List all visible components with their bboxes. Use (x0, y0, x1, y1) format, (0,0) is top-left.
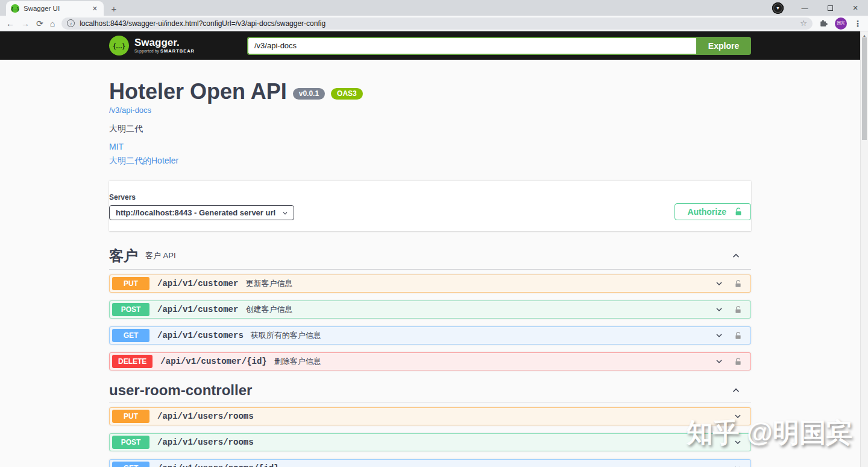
chevron-down-icon[interactable] (733, 463, 743, 467)
chevron-down-icon (281, 209, 289, 217)
endpoint-path: /api/v1/users/rooms (157, 411, 254, 421)
method-badge: POST (112, 436, 149, 449)
browser-menu-icon[interactable]: ⋮ (854, 19, 862, 28)
new-tab-button[interactable]: + (106, 2, 122, 15)
address-bar[interactable]: i localhost:8443/swagger-ui/index.html?c… (61, 17, 813, 30)
endpoint-path: /api/v1/users/rooms (157, 437, 254, 447)
chevron-down-icon[interactable] (714, 331, 724, 340)
browser-tab-swagger-ui[interactable]: {…} Swagger UI ✕ (6, 1, 104, 16)
unlock-icon (734, 207, 743, 217)
oas3-badge: OAS3 (331, 88, 363, 100)
section-title: user-room-controller (109, 382, 252, 399)
endpoint-summary: 获取所有的客户信息 (251, 330, 321, 341)
servers-select[interactable]: http://localhost:8443 - Generated server… (109, 205, 294, 220)
chevron-down-icon[interactable] (733, 411, 743, 421)
method-badge: DELETE (112, 355, 153, 368)
swagger-logo-text: Swagger. (134, 37, 195, 48)
authorize-label: Authorize (687, 207, 726, 217)
browser-tabstrip: {…} Swagger UI ✕ + ▼ — ✕ (0, 0, 868, 16)
smartbear-tagline: Supported by SMARTBEAR (134, 48, 195, 54)
endpoint-row[interactable]: GET /api/v1/users/rooms/{id} (109, 459, 751, 467)
tag-section-customer-body: PUT /api/v1/customer 更新客户信息 POST /api/v1… (109, 270, 751, 370)
api-description: 大明二代 (109, 124, 751, 135)
lock-open-icon[interactable] (734, 357, 743, 366)
api-title-row: Hoteler Open API v0.0.1 OAS3 (109, 79, 751, 104)
page-scrollbar[interactable]: ▲ (860, 31, 868, 467)
swagger-topbar: {…} Swagger. Supported by SMARTBEAR Expl… (0, 31, 860, 60)
endpoint-path: /api/v1/customer/{id} (160, 357, 266, 366)
endpoint-row[interactable]: PUT /api/v1/customer 更新客户信息 (109, 275, 751, 293)
endpoint-row[interactable]: DELETE /api/v1/customer/{id} 删除客户信息 (109, 352, 751, 370)
spec-link[interactable]: /v3/api-docs (109, 106, 151, 115)
swagger-logo[interactable]: {…} Swagger. Supported by SMARTBEAR (109, 36, 195, 56)
tab-close-icon[interactable]: ✕ (91, 5, 99, 13)
window-controls: ▼ — ✕ (772, 0, 868, 16)
section-description: 客户 API (145, 250, 176, 261)
explore-button[interactable]: Explore (696, 37, 751, 55)
back-icon[interactable]: ← (6, 19, 14, 28)
api-sections: 客户 客户 API PUT /api/v1/customer 更新客户信息 (109, 231, 751, 467)
endpoint-path: /api/v1/customers (157, 331, 244, 340)
media-indicator-icon[interactable]: ▼ (772, 2, 784, 14)
version-badge: v0.0.1 (293, 88, 325, 100)
endpoint-row[interactable]: GET /api/v1/customers 获取所有的客户信息 (109, 326, 751, 345)
chevron-down-icon[interactable] (733, 437, 743, 447)
tab-title: Swagger UI (24, 5, 87, 12)
restore-icon (828, 5, 833, 11)
minimize-button[interactable]: — (792, 0, 817, 16)
endpoint-row[interactable]: POST /api/v1/customer 创建客户信息 (109, 300, 751, 319)
tag-section-user-room-controller-body: PUT /api/v1/users/rooms POST /api/v1/use… (109, 402, 751, 467)
servers-label: Servers (109, 193, 294, 202)
swagger-logo-icon: {…} (109, 36, 129, 56)
servers-block: Servers http://localhost:8443 - Generate… (109, 193, 294, 220)
project-link[interactable]: 大明二代的Hoteler (109, 156, 751, 167)
reload-icon[interactable]: ⟳ (36, 19, 43, 28)
url-text[interactable]: localhost:8443/swagger-ui/index.html?con… (80, 19, 795, 28)
endpoint-summary: 创建客户信息 (245, 304, 292, 315)
authorize-button[interactable]: Authorize (675, 203, 751, 220)
swagger-page: Hoteler Open API v0.0.1 OAS3 /v3/api-doc… (0, 60, 860, 467)
extensions-icon[interactable] (819, 19, 828, 28)
method-badge: PUT (112, 277, 149, 290)
tag-section-customer-header[interactable]: 客户 客户 API (109, 242, 751, 270)
method-badge: POST (112, 303, 149, 316)
method-badge: PUT (112, 410, 149, 423)
spec-url-form: Explore (247, 37, 751, 55)
scheme-container: Servers http://localhost:8443 - Generate… (109, 181, 751, 231)
chevron-down-icon[interactable] (714, 305, 724, 314)
chevron-up-icon[interactable] (731, 250, 751, 261)
lock-open-icon[interactable] (734, 331, 743, 340)
api-info-section: Hoteler Open API v0.0.1 OAS3 /v3/api-doc… (109, 60, 751, 167)
license-link[interactable]: MIT (109, 142, 751, 151)
home-icon[interactable]: ⌂ (50, 19, 55, 28)
section-title: 客户 (109, 246, 138, 265)
endpoint-path: /api/v1/users/rooms/{id} (157, 463, 279, 467)
servers-selected-value: http://localhost:8443 - Generated server… (116, 208, 275, 217)
forward-icon[interactable]: → (21, 19, 30, 28)
bookmark-star-icon[interactable]: ☆ (800, 19, 807, 28)
lock-open-icon[interactable] (734, 305, 743, 314)
swagger-logo-text-block: Swagger. Supported by SMARTBEAR (134, 37, 195, 54)
endpoint-summary: 删除客户信息 (274, 356, 321, 367)
chevron-up-icon[interactable] (731, 385, 751, 396)
site-info-icon[interactable]: i (67, 19, 75, 27)
scrollbar-thumb[interactable] (862, 37, 867, 140)
endpoint-row[interactable]: POST /api/v1/users/rooms (109, 433, 751, 451)
chevron-down-icon[interactable] (714, 279, 724, 288)
chevron-down-icon[interactable] (714, 357, 724, 366)
lock-open-icon[interactable] (734, 279, 743, 288)
browser-toolbar: ← → ⟳ ⌂ i localhost:8443/swagger-ui/inde… (0, 16, 868, 31)
endpoint-path: /api/v1/customer (157, 279, 238, 288)
spec-url-input[interactable] (247, 37, 696, 55)
method-badge: GET (112, 329, 149, 342)
swagger-favicon-icon: {…} (11, 4, 19, 13)
close-window-button[interactable]: ✕ (843, 0, 868, 16)
endpoint-path: /api/v1/customer (157, 305, 238, 314)
page-title: Hoteler Open API (109, 79, 287, 104)
tag-section-user-room-controller-header[interactable]: user-room-controller (109, 378, 751, 402)
method-badge: GET (112, 462, 149, 467)
restore-button[interactable] (817, 0, 843, 16)
profile-avatar[interactable]: 国宾 (835, 17, 847, 30)
endpoint-row[interactable]: PUT /api/v1/users/rooms (109, 407, 751, 425)
endpoint-summary: 更新客户信息 (245, 278, 292, 289)
